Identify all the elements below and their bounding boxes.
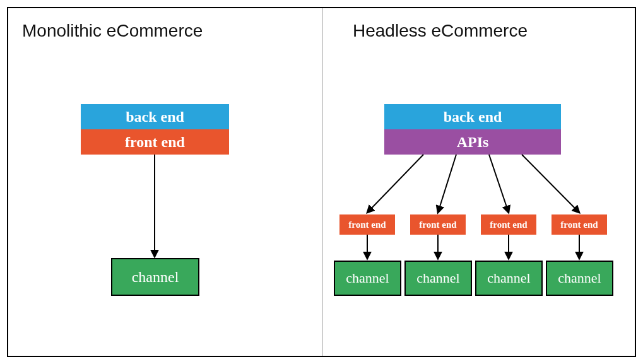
right-api-arrow-1 xyxy=(438,155,456,213)
diagram-root: Monolithic eCommerce back end front end … xyxy=(0,0,643,364)
right-frontend-2: front end xyxy=(481,214,536,235)
left-backend-box: back end xyxy=(81,104,229,129)
outer-frame: Monolithic eCommerce back end front end … xyxy=(7,7,636,357)
right-title: Headless eCommerce xyxy=(353,21,528,41)
right-channel-3: channel xyxy=(546,261,613,296)
right-channel-1: channel xyxy=(404,261,472,296)
right-channel-0: channel xyxy=(334,261,401,296)
right-channel-2: channel xyxy=(475,261,543,296)
right-frontend-1: front end xyxy=(410,214,466,235)
left-frontend-box: front end xyxy=(81,129,229,155)
right-api-arrow-0 xyxy=(367,155,423,213)
right-backend-box: back end xyxy=(384,104,561,129)
right-frontend-0: front end xyxy=(339,214,395,235)
right-frontend-3: front end xyxy=(552,214,607,235)
right-api-arrow-3 xyxy=(522,155,579,213)
right-api-arrow-2 xyxy=(489,155,509,213)
arrows-layer xyxy=(8,8,637,358)
left-title: Monolithic eCommerce xyxy=(22,21,203,41)
left-channel-box: channel xyxy=(111,258,199,296)
right-apis-box: APIs xyxy=(384,129,561,155)
vertical-divider xyxy=(322,8,322,356)
